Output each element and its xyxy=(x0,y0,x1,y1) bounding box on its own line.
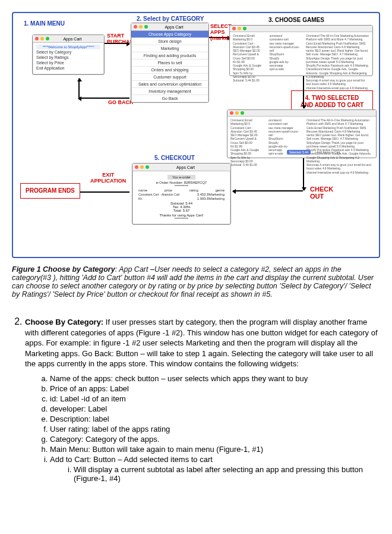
rc-r2c4: Marketing xyxy=(209,197,225,200)
subtotal-button[interactable]: Selected: 5.44 xyxy=(287,150,311,155)
label-exit: EXIT APPLICATION xyxy=(90,172,126,184)
add-to-cart-button[interactable]: Add Items to Cart xyxy=(317,150,340,154)
title-2: 2. Select by CATEGORY xyxy=(137,15,204,22)
rc-h4: genre xyxy=(216,189,225,192)
bullet-a: Name of the apps: check button – user se… xyxy=(50,374,380,383)
bullet-i: Add to Cart: Button – Add selected items… xyxy=(50,455,380,483)
category-title: Apps Cart xyxy=(150,25,208,29)
selected-col-left: Omnisend Email Marketing $0.0 Consistent… xyxy=(230,118,264,174)
arrow-checkout xyxy=(233,190,303,191)
category-item[interactable]: Sales and conversion optimization xyxy=(131,81,208,88)
arrow-games-down xyxy=(303,76,304,108)
rc-r1c4: Marketing xyxy=(209,193,225,196)
figure-1-diagram: 1. MAIN MENU 2. Select by CATEGORY 3. CH… xyxy=(12,12,380,258)
bullet-c: id: Label -id of an item xyxy=(50,394,380,403)
rc-r2c2: 1.99 xyxy=(197,197,204,200)
category-item[interactable]: Customer support xyxy=(131,74,208,81)
category-window: Apps Cart Choose Apps Category Store des… xyxy=(131,23,209,103)
category-item[interactable]: Store design xyxy=(131,38,208,45)
receipt-stars: ********** xyxy=(138,184,225,188)
category-item[interactable]: Places to sell xyxy=(131,59,208,67)
title-3: 3. CHOOSE GAMES xyxy=(268,17,324,23)
para-lead: Choose By Category: xyxy=(25,318,103,326)
receipt-window: Apps Cart You e-order e-Order Number: 82… xyxy=(132,163,231,225)
title-5: 5. CHECKOUT xyxy=(154,155,195,161)
two-selected-window: Omnisend Email Marketing $0.0 Consistent… xyxy=(227,109,377,158)
category-item[interactable]: Finding and adding products xyxy=(131,52,208,59)
figure-caption: Figure 1 Choose by Category: App Cart –U… xyxy=(12,265,380,299)
arrow-goback-up xyxy=(78,78,80,98)
category-item[interactable]: Inventory management xyxy=(131,88,208,95)
bullet-h: Main Menu: Button will take again to mai… xyxy=(50,445,380,454)
main-menu-window: Apps Cart ****Welcome to ShopifyApp!****… xyxy=(32,34,105,75)
bullet-d: developer: Label xyxy=(50,404,380,413)
menu-item[interactable]: Select by Price xyxy=(36,60,100,65)
bullet-f: User rating: label of the apps rating xyxy=(50,425,380,434)
receipt-win-title: Apps Cart xyxy=(151,165,230,169)
bullet-e: Description: label xyxy=(50,414,380,423)
bullet-g: Category: Category of the apps. xyxy=(50,435,380,444)
bullet-i-text: Add to Cart: Button – Add selected items… xyxy=(50,455,213,464)
label-checkout: CHECK OUT xyxy=(310,186,333,200)
games-col-left: Omnisend Email Marketing $0.0 Consistent… xyxy=(233,34,265,90)
category-item[interactable]: Go Back xyxy=(131,95,208,102)
receipt-total: Total: 5.67 xyxy=(138,209,225,212)
games-col-right: Omnisend The All-In-One Marketing Automa… xyxy=(306,34,369,90)
rc-h3: rating xyxy=(189,189,198,192)
rc-r1c3: 2.8 xyxy=(204,193,208,196)
program-ends: PROGRAM ENDS xyxy=(20,183,80,199)
category-item[interactable]: Marketing xyxy=(131,45,208,52)
category-header: Choose Apps Category xyxy=(131,31,208,38)
menu-item[interactable]: Select by Ratings xyxy=(36,55,100,60)
receipt-stars2: ********** xyxy=(138,217,225,221)
rc-r1c1: Consistent Cart - Abandon Cart xyxy=(138,193,197,196)
category-item[interactable]: Orders and shipping xyxy=(131,67,208,74)
rc-r1c2: 3.45 xyxy=(197,193,204,196)
arrow-goback xyxy=(78,98,129,99)
rc-h1: name xyxy=(138,189,147,192)
main-menu-title: Apps Cart xyxy=(52,37,104,41)
label-goback: GO BACK xyxy=(108,100,134,106)
welcome-line: ****Welcome to ShopifyApp!***** xyxy=(36,45,100,49)
menu-item[interactable]: Exit Application xyxy=(36,65,100,71)
arrow-exit xyxy=(72,191,129,193)
choose-games-window: Omnisend Email Marketing $0.0 Consistent… xyxy=(229,25,373,76)
list-item-2: Choose By Category: If user presses star… xyxy=(25,316,380,483)
title-1: 1. MAIN MENU xyxy=(24,20,65,27)
rc-r2c3: 3.8 xyxy=(204,197,208,200)
rc-h2: price xyxy=(165,189,172,192)
rc-r2c1: Kit xyxy=(138,197,197,200)
games-col-mid: omnisend consistent-cart seo meta manage… xyxy=(270,34,302,90)
bullet-b: Price of an apps: Label xyxy=(50,384,380,393)
bullet-i1: Will display a current subtotal as label… xyxy=(74,465,380,483)
receipt-subtitle: You e-order xyxy=(167,175,195,180)
menu-item[interactable]: Select by Category xyxy=(36,49,100,55)
caption-bold: Figure 1 Choose by Category xyxy=(12,265,115,274)
arrow-selected-down xyxy=(303,158,304,190)
